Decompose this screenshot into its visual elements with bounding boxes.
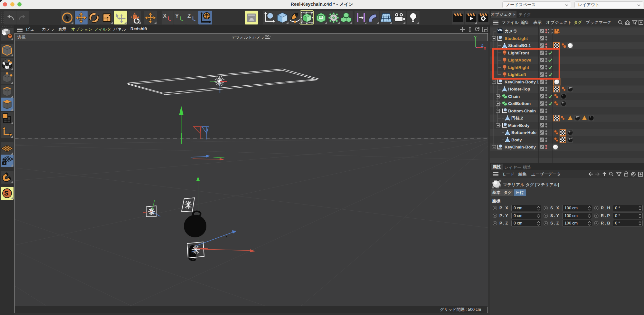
- svg-text:Main-Body: Main-Body: [508, 123, 530, 128]
- svg-text:S: S: [4, 190, 8, 197]
- svg-text:Bottom-Chain: Bottom-Chain: [508, 109, 536, 113]
- svg-text:Body: Body: [511, 138, 522, 142]
- svg-text:Z: Z: [187, 13, 191, 19]
- svg-text:Y: Y: [175, 13, 179, 19]
- svg-text:X: X: [163, 13, 167, 19]
- svg-text:X: X: [484, 46, 486, 50]
- svg-text:StudioBG.1: StudioBG.1: [508, 43, 531, 48]
- svg-text:StudioLight: StudioLight: [505, 36, 528, 41]
- svg-text:円柱.2: 円柱.2: [511, 116, 523, 120]
- svg-text:CoilBottom: CoilBottom: [508, 101, 531, 106]
- svg-text:KeyChain-Body.1: KeyChain-Body.1: [505, 80, 539, 84]
- svg-text:LightAbove: LightAbove: [508, 58, 531, 62]
- svg-text:Z: Z: [481, 43, 484, 48]
- svg-text:Bottom-Hole: Bottom-Hole: [511, 130, 536, 135]
- svg-text:LightRight: LightRight: [508, 65, 529, 70]
- svg-text:KeyChain-Body: KeyChain-Body: [505, 145, 536, 149]
- svg-text:カメラ: カメラ: [505, 29, 517, 33]
- svg-text:Chain: Chain: [508, 94, 520, 99]
- svg-text:Y: Y: [474, 35, 477, 40]
- svg-text:LightFront: LightFront: [508, 51, 529, 55]
- svg-text:Holder-Top: Holder-Top: [508, 87, 530, 91]
- svg-text:LightLeft: LightLeft: [508, 72, 526, 77]
